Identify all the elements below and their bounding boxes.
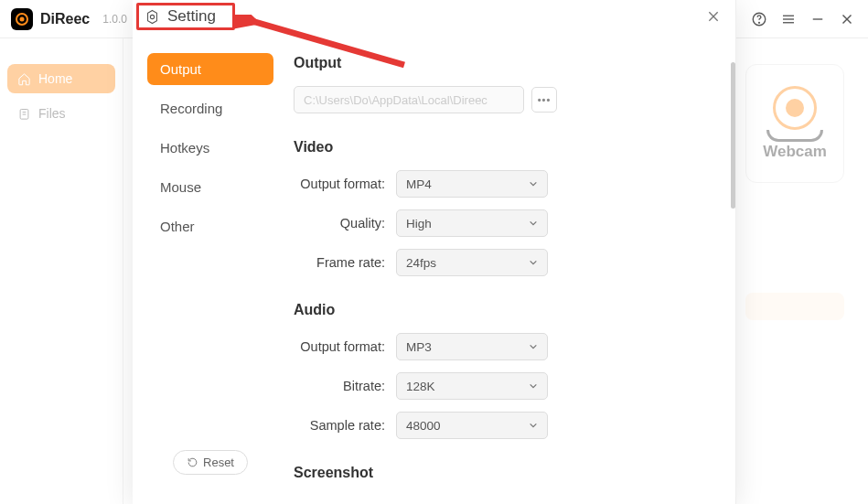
chevron-down-icon xyxy=(529,342,538,351)
video-quality-select[interactable]: High xyxy=(396,209,548,237)
section-video-title: Video xyxy=(294,139,704,155)
section-video: Video Output format: MP4 Quality: High xyxy=(294,139,704,276)
reset-label: Reset xyxy=(203,456,234,469)
chevron-down-icon xyxy=(529,179,538,188)
video-format-label: Output format: xyxy=(294,177,385,191)
audio-samplerate-select[interactable]: 48000 xyxy=(396,412,548,439)
dlg-nav-output[interactable]: Output xyxy=(147,53,273,85)
dlg-nav-mouse[interactable]: Mouse xyxy=(147,171,273,203)
app-logo-icon xyxy=(11,8,33,30)
section-output: Output C:\Users\Do\AppData\Local\Direec … xyxy=(294,55,704,113)
dlg-nav-hotkeys[interactable]: Hotkeys xyxy=(147,132,273,164)
chevron-down-icon xyxy=(529,258,538,267)
dlg-nav-other[interactable]: Other xyxy=(147,210,273,242)
svg-point-1 xyxy=(759,22,760,23)
video-format-value: MP4 xyxy=(406,177,432,191)
audio-bitrate-select[interactable]: 128K xyxy=(396,372,548,400)
video-quality-label: Quality: xyxy=(294,216,385,231)
chevron-down-icon xyxy=(529,219,538,228)
chevron-down-icon xyxy=(529,381,538,391)
gear-icon xyxy=(145,9,160,25)
settings-dialog: Setting Output Recording Hotkeys Mouse O… xyxy=(133,0,736,504)
dialog-header: Setting xyxy=(133,0,735,35)
video-framerate-label: Frame rate: xyxy=(294,255,385,270)
audio-samplerate-value: 48000 xyxy=(406,419,441,433)
dialog-close-button[interactable] xyxy=(706,9,721,27)
chevron-down-icon xyxy=(529,421,538,430)
browse-button[interactable]: ••• xyxy=(531,87,557,113)
dialog-content: Output C:\Users\Do\AppData\Local\Direec … xyxy=(288,35,735,504)
app-logo-wrap: DiReec 1.0.0 xyxy=(11,8,127,30)
app-version: 1.0.0 xyxy=(102,13,127,26)
video-quality-value: High xyxy=(406,217,432,231)
dialog-nav: Output Recording Hotkeys Mouse Other Res… xyxy=(133,35,288,504)
section-screenshot: Screenshot xyxy=(294,465,704,481)
section-audio-title: Audio xyxy=(294,302,704,318)
svg-point-12 xyxy=(150,15,154,18)
dialog-title: Setting xyxy=(167,7,216,26)
audio-format-label: Output format: xyxy=(294,339,385,354)
minimize-icon[interactable] xyxy=(809,11,826,27)
audio-bitrate-value: 128K xyxy=(406,380,435,393)
svg-marker-11 xyxy=(148,10,157,23)
close-window-icon[interactable] xyxy=(839,11,855,27)
header-controls xyxy=(751,11,855,27)
menu-icon[interactable] xyxy=(780,11,797,27)
output-path-field[interactable]: C:\Users\Do\AppData\Local\Direec xyxy=(294,86,524,113)
dialog-body: Output Recording Hotkeys Mouse Other Res… xyxy=(133,35,735,504)
video-framerate-select[interactable]: 24fps xyxy=(396,249,548,276)
audio-format-select[interactable]: MP3 xyxy=(396,333,548,360)
reset-icon xyxy=(187,456,198,468)
video-framerate-value: 24fps xyxy=(406,256,436,270)
video-format-select[interactable]: MP4 xyxy=(396,170,548,198)
scrollbar[interactable] xyxy=(731,62,735,209)
section-screenshot-title: Screenshot xyxy=(294,465,704,481)
app-name: DiReec xyxy=(40,11,90,27)
audio-samplerate-label: Sample rate: xyxy=(294,418,385,433)
help-icon[interactable] xyxy=(751,11,767,27)
dlg-nav-recording[interactable]: Recording xyxy=(147,92,273,124)
section-audio: Audio Output format: MP3 Bitrate: 128K xyxy=(294,302,704,439)
audio-bitrate-label: Bitrate: xyxy=(294,379,385,393)
dialog-title-highlight: Setting xyxy=(136,3,235,30)
section-output-title: Output xyxy=(294,55,704,71)
audio-format-value: MP3 xyxy=(406,340,432,354)
reset-button[interactable]: Reset xyxy=(173,450,248,475)
